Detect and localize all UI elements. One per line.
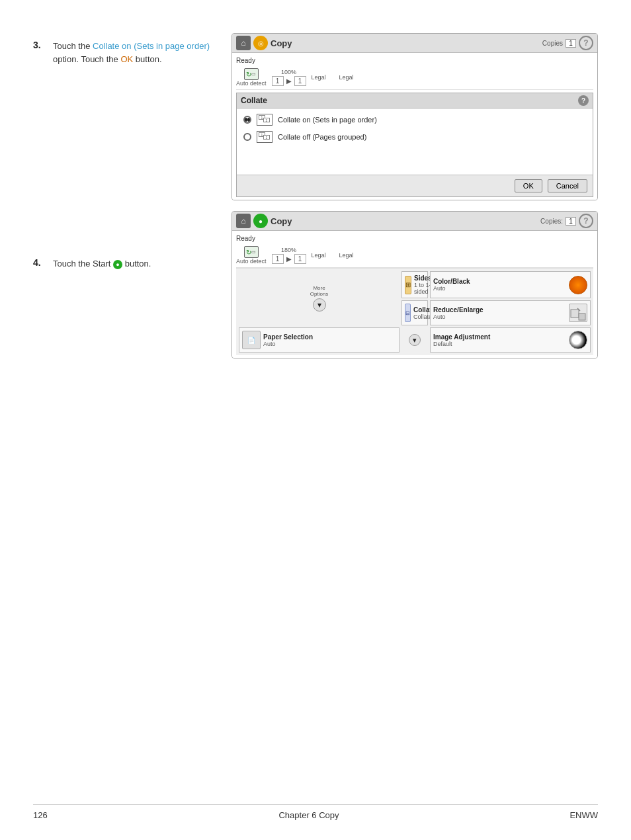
step-3: 3. Touch the Collate on (Sets in page or… <box>33 40 218 65</box>
collate-footer: OK Cancel <box>237 175 593 196</box>
step-4-number: 4. <box>33 257 53 268</box>
paper-title: Paper Selection <box>263 333 313 341</box>
collate-off-icon: 1 1 <box>257 131 273 143</box>
percent-label-2: 180% <box>281 247 296 253</box>
feature-collate[interactable]: ⊟ Collate Collated <box>401 300 428 325</box>
reduce-value: Auto <box>433 314 566 320</box>
label-row-1: Legal Legal <box>312 74 354 81</box>
feature-imageadj[interactable]: Image Adjustment Default <box>430 327 591 353</box>
label-row-2: Legal Legal <box>312 252 354 259</box>
copy-panel-1: ⌂ ◎ Copy Copies 1 ? Ready ↻ ▭ <box>231 33 598 200</box>
percent-box1-2[interactable]: 1 <box>272 254 284 264</box>
percent-row-2: 1 ▶ 1 <box>272 254 306 264</box>
copies-value-1[interactable]: 1 <box>566 39 576 48</box>
color-info: Color/Black Auto <box>433 278 566 292</box>
collate-dialog: Collate ? 1 2 <box>236 93 593 197</box>
paper-dropdown[interactable]: ▾ <box>401 327 428 353</box>
reduce-info: Reduce/Enlarge Auto <box>433 306 566 320</box>
paper-dropdown-icon[interactable]: ▾ <box>409 334 421 346</box>
reduce-title: Reduce/Enlarge <box>433 306 566 314</box>
refresh-icon-1: ↻ <box>246 71 251 78</box>
copy-panel-1-body: Ready ↻ ▭ Auto detect 100% 1 <box>232 53 597 200</box>
scan-shape-2: ▭ <box>251 249 256 255</box>
sides-icon: ⊞ <box>405 276 411 294</box>
copies-label-1: Copies <box>542 40 563 47</box>
color-title: Color/Black <box>433 278 566 285</box>
sides-title: Sides <box>414 274 432 282</box>
cancel-button[interactable]: Cancel <box>548 179 587 192</box>
copies-value-2[interactable]: 1 <box>566 217 576 226</box>
feature-paper[interactable]: 📄 Paper Selection Auto <box>239 327 400 353</box>
feature-color[interactable]: Color/Black Auto <box>430 271 591 298</box>
copy-panel-2: ⌂ ● Copy Copies: 1 ? Ready ↻ ▭ <box>231 211 598 358</box>
collate-off-label: Collate off (Pages grouped) <box>278 133 366 141</box>
footer-brand: ENWW <box>558 810 598 820</box>
percent-block-2: 180% 1 ▶ 1 <box>272 247 306 264</box>
percent-box1-1[interactable]: 1 <box>272 76 284 86</box>
step-3-text: Touch the Collate on (Sets in page order… <box>53 40 218 65</box>
collate-option-2[interactable]: 1 1 Collate off (Pages grouped) <box>243 131 586 143</box>
copy-title-2: Copy <box>271 216 538 226</box>
copy-panel-2-header: ⌂ ● Copy Copies: 1 ? <box>232 212 597 231</box>
collate-header: Collate ? <box>237 93 593 108</box>
percent-box2-1[interactable]: 1 <box>294 76 306 86</box>
imageadj-icon <box>569 331 587 349</box>
scan-shape-1: ▭ <box>251 71 256 77</box>
footer-page-number: 126 <box>33 810 60 820</box>
reduce-icon <box>569 304 587 322</box>
controls-1: ↻ ▭ Auto detect 100% 1 ▶ 1 <box>236 65 593 90</box>
copies-label-2: Copies: <box>540 218 563 225</box>
imageadj-info: Image Adjustment Default <box>433 333 566 347</box>
arrow-icon-1: ▶ <box>286 77 292 85</box>
page-footer: 126 Chapter 6 Copy ENWW <box>33 804 598 820</box>
collate-help-icon[interactable]: ? <box>578 95 589 106</box>
footer-chapter: Chapter 6 Copy <box>60 810 558 820</box>
sides-value: 1 to 1-sided <box>414 282 432 295</box>
radio-collate-off[interactable] <box>243 133 251 141</box>
refresh-icon-2: ↻ <box>246 249 251 256</box>
feature-sides[interactable]: ⊞ Sides 1 to 1-sided <box>401 271 428 298</box>
paper-value: Auto <box>263 341 313 347</box>
percent-block-1: 100% 1 ▶ 1 <box>272 69 306 86</box>
copy-title-1: Copy <box>271 38 540 48</box>
arrow-icon-2: ▶ <box>286 255 292 263</box>
percent-label-1: 100% <box>281 69 296 75</box>
paper-icon: 📄 <box>242 331 261 349</box>
collate-title: Collate <box>241 96 267 105</box>
copy-panel-2-body: Ready ↻ ▭ Auto detect 180% 1 <box>232 231 597 358</box>
controls-2: ↻ ▭ Auto detect 180% 1 ▶ 1 <box>236 243 593 268</box>
step-4: 4. Touch the Start ● button. <box>33 257 218 271</box>
status-2: Ready <box>236 233 593 243</box>
ok-button[interactable]: OK <box>515 179 542 192</box>
home-icon-1[interactable]: ⌂ <box>236 36 251 50</box>
collate-on-link[interactable]: Collate on (Sets in page order) <box>93 41 210 51</box>
svg-rect-0 <box>571 310 579 317</box>
auto-detect-1: ↻ ▭ Auto detect <box>236 68 267 87</box>
more-options-label: More Options <box>310 285 329 297</box>
feature-reduce[interactable]: Reduce/Enlarge Auto <box>430 300 591 325</box>
collate-feature-icon: ⊟ <box>405 304 411 322</box>
collate-options: 1 2 Collate on (Sets in page order) 1 <box>237 108 593 175</box>
features-grid: ⊞ Sides 1 to 1-sided More Options <box>236 268 593 355</box>
radio-collate-on[interactable] <box>243 116 251 124</box>
copy-icon-1[interactable]: ◎ <box>253 36 268 50</box>
help-icon-1[interactable]: ? <box>579 36 593 50</box>
auto-detect-icon-1: ↻ ▭ <box>244 68 259 80</box>
help-icon-2[interactable]: ? <box>579 214 593 228</box>
copy-panel-1-header: ⌂ ◎ Copy Copies 1 ? <box>232 34 597 53</box>
legal-label2-2: Legal <box>339 252 354 259</box>
percent-box2-2[interactable]: 1 <box>294 254 306 264</box>
start-icon-inline: ● <box>113 260 122 269</box>
step-4-text: Touch the Start ● button. <box>53 257 151 271</box>
start-icon-2[interactable]: ● <box>253 214 268 228</box>
more-options[interactable]: More Options ▾ <box>239 271 400 325</box>
more-options-arrow-icon[interactable]: ▾ <box>313 298 326 312</box>
collate-option-1[interactable]: 1 2 Collate on (Sets in page order) <box>243 114 586 126</box>
status-1: Ready <box>236 56 593 65</box>
ok-link[interactable]: OK <box>120 54 133 64</box>
legal-label1-1: Legal <box>312 74 326 81</box>
collate-on-label: Collate on (Sets in page order) <box>278 116 377 124</box>
step-3-number: 3. <box>33 40 53 50</box>
home-icon-2[interactable]: ⌂ <box>236 214 251 228</box>
color-value: Auto <box>433 285 566 292</box>
